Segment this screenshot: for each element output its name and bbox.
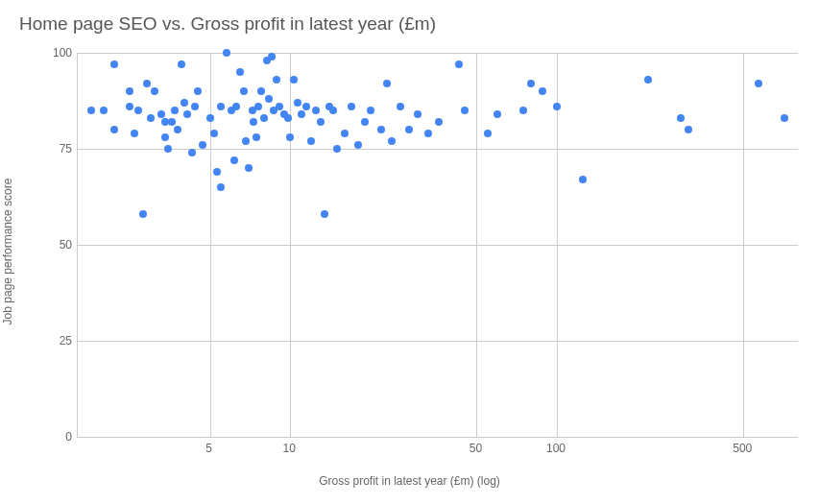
data-point (139, 210, 147, 218)
data-point (206, 114, 214, 122)
data-point (781, 114, 788, 122)
data-point (455, 60, 463, 68)
data-point (268, 53, 276, 60)
data-point (461, 107, 469, 114)
data-point (294, 99, 301, 107)
data-point (157, 110, 165, 118)
y-tick-label: 0 (34, 430, 72, 444)
data-point (383, 80, 391, 87)
data-point (178, 60, 185, 68)
data-point (188, 149, 196, 156)
data-point (329, 107, 337, 114)
data-point (253, 133, 260, 141)
data-point (230, 156, 238, 164)
data-point (100, 107, 108, 114)
data-point (290, 76, 298, 84)
data-point (240, 87, 248, 95)
data-point (307, 137, 315, 145)
data-point (298, 110, 305, 118)
data-point (273, 76, 280, 84)
data-point (213, 168, 221, 176)
data-point (174, 126, 181, 133)
data-point (553, 103, 561, 110)
data-point (317, 118, 325, 126)
y-tick-label: 50 (34, 238, 72, 252)
data-point (284, 114, 292, 122)
x-axis-label: Gross profit in latest year (£m) (log) (0, 474, 819, 488)
data-point (194, 87, 202, 95)
data-point (87, 107, 95, 114)
data-point (755, 80, 762, 87)
data-point (131, 130, 138, 137)
x-tick-label: 5 (205, 442, 212, 455)
data-point (245, 164, 253, 172)
gridline-h (78, 53, 798, 54)
data-point (147, 114, 155, 122)
data-point (126, 87, 133, 95)
data-point (348, 103, 355, 110)
x-tick-label: 100 (546, 442, 566, 455)
y-tick-label: 25 (34, 334, 72, 348)
y-tick-label: 75 (34, 142, 72, 156)
x-tick-label: 50 (470, 442, 482, 455)
data-point (191, 103, 199, 110)
data-point (519, 107, 527, 114)
data-point (312, 107, 320, 114)
data-point (110, 60, 118, 68)
data-point (424, 130, 432, 137)
data-point (217, 183, 225, 191)
y-tick-label: 100 (34, 46, 72, 60)
data-point (685, 126, 692, 133)
gridline-v (210, 53, 211, 437)
data-point (377, 126, 385, 133)
chart-container: Home page SEO vs. Gross profit in latest… (0, 0, 819, 504)
x-tick-label: 500 (733, 442, 752, 455)
data-point (265, 95, 273, 103)
data-point (333, 145, 341, 153)
plot-area (77, 53, 798, 438)
data-point (217, 103, 225, 110)
data-point (321, 210, 328, 218)
data-point (341, 130, 349, 137)
data-point (539, 87, 546, 95)
gridline-v (557, 53, 558, 437)
data-point (199, 141, 206, 149)
data-point (168, 118, 176, 126)
data-point (223, 49, 230, 57)
y-axis-label: Job page performance score (1, 179, 14, 325)
chart-title: Home page SEO vs. Gross profit in latest… (19, 13, 436, 35)
data-point (171, 107, 179, 114)
gridline-v (476, 53, 477, 437)
data-point (644, 76, 652, 84)
data-point (164, 145, 172, 153)
data-point (397, 103, 404, 110)
data-point (257, 87, 265, 95)
data-point (435, 118, 443, 126)
data-point (414, 110, 422, 118)
gridline-v (743, 53, 744, 437)
data-point (110, 126, 118, 133)
data-point (134, 107, 142, 114)
gridline-h (78, 149, 798, 150)
data-point (126, 103, 133, 110)
data-point (367, 107, 374, 114)
data-point (151, 87, 158, 95)
data-point (254, 103, 262, 110)
data-point (302, 103, 310, 110)
data-point (232, 103, 240, 110)
data-point (242, 137, 250, 145)
gridline-v (290, 53, 291, 437)
data-point (161, 133, 169, 141)
data-point (276, 103, 283, 110)
data-point (183, 110, 191, 118)
data-point (143, 80, 151, 87)
data-point (210, 130, 218, 137)
gridline-h (78, 245, 798, 246)
data-point (361, 118, 369, 126)
data-point (527, 80, 535, 87)
data-point (388, 137, 396, 145)
data-point (181, 99, 188, 107)
data-point (494, 110, 501, 118)
data-point (250, 118, 257, 126)
gridline-h (78, 341, 798, 342)
